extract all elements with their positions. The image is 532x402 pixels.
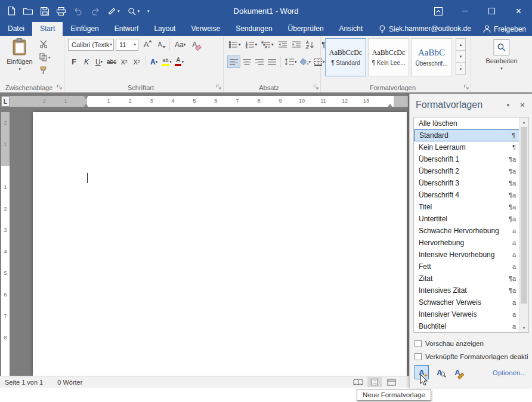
- pen-input-button[interactable]: ▾: [106, 5, 122, 17]
- justify-button[interactable]: [266, 55, 278, 68]
- cut-button[interactable]: [39, 39, 51, 49]
- align-right-button[interactable]: [253, 55, 265, 68]
- text-highlight-button[interactable]: ab▾: [160, 55, 173, 68]
- scroll-up-arrow[interactable]: ▴: [519, 117, 528, 126]
- ribbon-tab[interactable]: Verweise: [183, 22, 228, 36]
- ribbon-display-options-button[interactable]: [425, 0, 451, 22]
- left-indent-marker[interactable]: [83, 104, 88, 107]
- right-indent-marker[interactable]: [388, 104, 392, 107]
- close-button[interactable]: ×: [505, 0, 532, 22]
- ribbon-tab[interactable]: Einfügen: [63, 22, 106, 36]
- pane-menu-button[interactable]: ▾: [505, 100, 512, 110]
- gallery-scroll-up-button[interactable]: ▴: [456, 38, 466, 51]
- ribbon-tab[interactable]: Sendungen: [228, 22, 280, 36]
- increase-indent-button[interactable]: [290, 38, 302, 51]
- sort-button[interactable]: [304, 38, 316, 51]
- quick-print-button[interactable]: [55, 5, 67, 17]
- style-list-item[interactable]: Intensiver Verweis a: [414, 308, 528, 320]
- manage-styles-button[interactable]: A: [450, 365, 465, 379]
- scroll-down-arrow[interactable]: ▾: [519, 323, 528, 332]
- gallery-more-button[interactable]: ▾: [456, 62, 466, 75]
- align-center-button[interactable]: [241, 55, 253, 68]
- style-list-item[interactable]: Überschrift 2 ¶a: [414, 165, 528, 177]
- underline-button[interactable]: U▾: [93, 55, 105, 68]
- gallery-scroll-down-button[interactable]: ▾: [456, 50, 466, 63]
- vertical-ruler[interactable]: 21 12345678: [1, 112, 10, 376]
- style-list-item[interactable]: Hervorhebung a: [414, 237, 528, 249]
- save-button[interactable]: [39, 5, 51, 17]
- subscript-button[interactable]: X2: [118, 55, 130, 68]
- change-case-button[interactable]: Aa▾: [174, 38, 187, 51]
- clear-formatting-button[interactable]: A: [188, 38, 200, 51]
- shading-button[interactable]: ▾: [299, 55, 313, 68]
- style-list-item[interactable]: Schwache Hervorhebung a: [414, 225, 528, 237]
- strikethrough-button[interactable]: abc: [106, 55, 117, 68]
- style-list-item[interactable]: Alle löschen: [414, 117, 528, 129]
- page-indicator[interactable]: Seite 1 von 1: [5, 379, 43, 386]
- editing-collapsed-button[interactable]: Bearbeiten ▾: [485, 39, 517, 70]
- text-effects-button[interactable]: A▾: [148, 55, 160, 68]
- bullets-button[interactable]: ▾: [227, 38, 242, 51]
- new-document-button[interactable]: [6, 5, 17, 17]
- customize-qat-button[interactable]: ▾: [146, 7, 151, 15]
- numbering-button[interactable]: ▾: [244, 38, 259, 51]
- style-list-item[interactable]: Überschrift 3 ¶a: [414, 177, 528, 189]
- account-email[interactable]: k.hammer@outlook.de: [399, 22, 471, 36]
- style-list-item[interactable]: Intensive Hervorhebung a: [414, 249, 528, 261]
- style-list-item[interactable]: Überschrift 4 ¶a: [414, 189, 528, 201]
- style-list-item[interactable]: Kein Leerraum ¶: [414, 141, 528, 153]
- styles-dialog-launcher[interactable]: [463, 84, 469, 90]
- style-gallery-item[interactable]: AaBbC Überschrif...: [411, 38, 452, 76]
- print-layout-button[interactable]: [367, 377, 382, 387]
- ribbon-tab[interactable]: Entwurf: [107, 22, 147, 36]
- style-list-item[interactable]: Untertitel ¶a: [414, 213, 528, 225]
- style-inspector-button[interactable]: A: [432, 365, 447, 379]
- font-color-button[interactable]: A▾: [174, 55, 185, 68]
- pane-close-button[interactable]: ×: [518, 100, 527, 110]
- style-list-item[interactable]: Schwacher Verweis a: [414, 296, 528, 308]
- style-list-item[interactable]: Buchtitel a: [414, 320, 528, 332]
- style-gallery-item[interactable]: AaBbCcDc ¶ Kein Lee...: [368, 38, 409, 76]
- align-left-button[interactable]: [227, 55, 240, 68]
- grow-font-button[interactable]: A: [140, 38, 152, 51]
- redo-button[interactable]: [89, 5, 102, 17]
- show-preview-checkbox[interactable]: Vorschau anzeigen: [415, 340, 531, 347]
- first-line-indent-marker[interactable]: [83, 96, 88, 99]
- italic-button[interactable]: K: [81, 55, 92, 68]
- style-gallery-item[interactable]: AaBbCcDc ¶ Standard: [325, 38, 366, 76]
- font-size-combo[interactable]: 11▾: [116, 39, 138, 51]
- options-link[interactable]: Optionen...: [493, 369, 526, 376]
- style-list-item[interactable]: Zitat ¶a: [414, 273, 528, 285]
- tell-me-search[interactable]: Sie wünsc: [379, 22, 399, 36]
- style-list-item[interactable]: Fett a: [414, 261, 528, 273]
- ribbon-tab[interactable]: Ansicht: [332, 22, 370, 36]
- multilevel-list-button[interactable]: ▾: [260, 38, 275, 51]
- print-preview-button[interactable]: ▾: [126, 5, 142, 17]
- bold-button[interactable]: F: [68, 55, 80, 68]
- copy-button[interactable]: ▾: [39, 52, 51, 62]
- decrease-indent-button[interactable]: [277, 38, 289, 51]
- minimize-button[interactable]: [451, 0, 478, 22]
- document-page[interactable]: [33, 112, 407, 376]
- share-button[interactable]: Freigeben: [483, 22, 526, 36]
- ribbon-tab[interactable]: Layout: [146, 22, 183, 36]
- read-mode-button[interactable]: [351, 377, 365, 387]
- format-painter-button[interactable]: [39, 66, 51, 75]
- paragraph-dialog-launcher[interactable]: [313, 84, 319, 90]
- style-list-item[interactable]: Überschrift 1 ¶a: [414, 153, 528, 165]
- clipboard-dialog-launcher[interactable]: [57, 84, 63, 90]
- style-list-item[interactable]: Intensives Zitat ¶a: [414, 285, 528, 296]
- horizontal-ruler[interactable]: 21 12345678910111213: [10, 96, 408, 107]
- web-layout-button[interactable]: [384, 377, 398, 387]
- styles-list-scrollbar[interactable]: ▴ ▾: [519, 117, 528, 332]
- ribbon-tab[interactable]: Datei: [0, 22, 32, 36]
- style-list-item[interactable]: Standard ¶: [414, 129, 528, 141]
- disable-linked-styles-checkbox[interactable]: Verknüpfte Formatvorlagen deakti: [415, 353, 531, 360]
- paste-button[interactable]: Einfügen ▾: [4, 38, 35, 80]
- ribbon-tab[interactable]: Start: [32, 22, 63, 36]
- tab-stop-selector[interactable]: L: [1, 96, 10, 107]
- open-button[interactable]: [21, 5, 35, 17]
- word-count[interactable]: 0 Wörter: [57, 379, 82, 386]
- font-dialog-launcher[interactable]: [216, 84, 222, 90]
- ribbon-tab[interactable]: Überprüfen: [280, 22, 332, 36]
